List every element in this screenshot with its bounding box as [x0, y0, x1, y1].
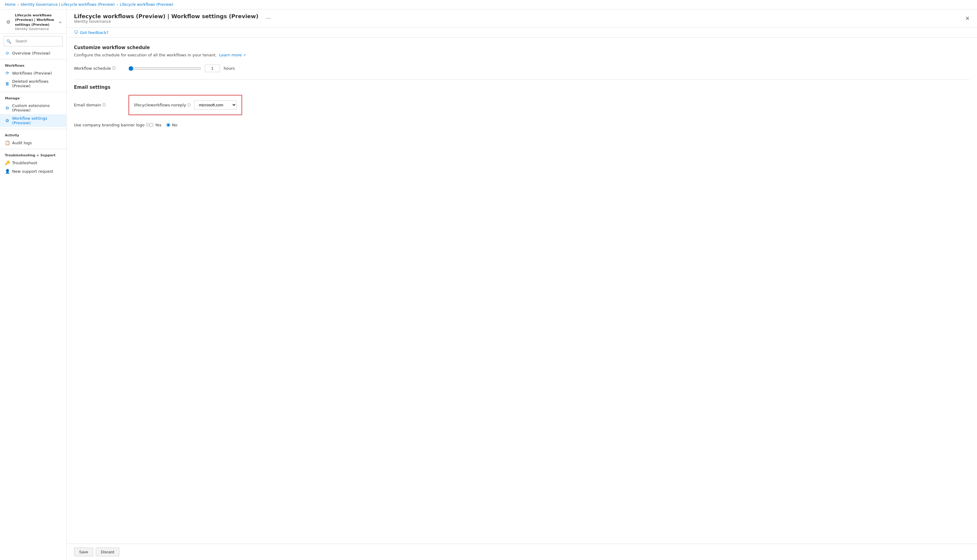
sidebar-item-troubleshoot[interactable]: 🔑 Troubleshoot — [0, 158, 67, 167]
customize-section-desc: Configure the schedule for execution of … — [74, 53, 970, 57]
sidebar-divider-manage — [0, 92, 67, 92]
sidebar-item-workflows[interactable]: ⟳ Workflows (Preview) — [0, 69, 67, 77]
feedback-icon: 🗨 — [74, 30, 78, 35]
email-prefix: lifecycleworkflows-noreply ⓘ — [134, 103, 191, 107]
sidebar-item-new-support-label: New support request — [12, 169, 53, 173]
email-domain-select[interactable]: microsoft.com — [194, 100, 237, 110]
workflow-schedule-slider[interactable] — [128, 66, 201, 71]
slider-container: 1 hours — [128, 65, 235, 72]
sidebar-item-overview[interactable]: ⊙ Overview (Preview) — [0, 49, 67, 57]
workflows-icon: ⟳ — [5, 71, 10, 75]
support-icon: 👤 — [5, 169, 10, 173]
email-prefix-info-icon[interactable]: ⓘ — [187, 103, 191, 107]
sidebar-item-audit-logs-label: Audit logs — [12, 141, 32, 145]
close-button[interactable]: ✕ — [965, 15, 970, 22]
workflow-schedule-label: Workflow schedule ⓘ — [74, 66, 128, 71]
branding-row: Use company branding banner logo ⓘ Yes N… — [74, 122, 970, 128]
search-box[interactable]: 🔍 — [3, 36, 63, 47]
email-domain-box: lifecycleworkflows-noreply ⓘ microsoft.c… — [128, 95, 242, 115]
header-ellipsis-button[interactable]: ··· — [266, 15, 271, 22]
email-domain-label: Email domain ⓘ — [74, 102, 128, 108]
sidebar-divider-troubleshooting — [0, 149, 67, 149]
page-title: Lifecycle workflows (Preview) | Workflow… — [74, 13, 258, 19]
sidebar-item-audit-logs[interactable]: 📋 Audit logs — [0, 138, 67, 147]
customize-schedule-section: Customize workflow schedule Configure th… — [74, 45, 970, 72]
sidebar-item-overview-label: Overview (Preview) — [12, 51, 50, 55]
sidebar-section-workflows: Workflows — [0, 61, 67, 69]
slider-unit: hours — [223, 66, 235, 71]
sidebar-item-deleted-workflows[interactable]: 🗑 Deleted workflows (Preview) — [0, 77, 67, 90]
learn-more-link[interactable]: Learn more ↗ — [219, 53, 246, 57]
breadcrumb-identity-governance[interactable]: Identity Governance | Lifecycle workflow… — [21, 2, 115, 7]
branding-yes-radio[interactable] — [149, 123, 153, 127]
sidebar-section-activity: Activity — [0, 131, 67, 138]
sidebar-collapse-button[interactable]: « — [59, 20, 62, 25]
sidebar-item-workflow-settings-label: Workflow settings (Preview) — [12, 116, 62, 125]
branding-no-radio[interactable] — [167, 123, 170, 127]
audit-logs-icon: 📋 — [5, 140, 10, 145]
discard-button[interactable]: Discard — [96, 548, 119, 557]
sidebar-item-troubleshoot-label: Troubleshoot — [12, 161, 37, 165]
search-input[interactable] — [13, 38, 60, 45]
sidebar-app-title: Lifecycle workflows (Preview) | Workflow… — [15, 13, 56, 27]
sidebar-search-container: 🔍 — [0, 33, 67, 49]
gear-icon: ⚙ — [5, 18, 12, 26]
overview-icon: ⊙ — [5, 51, 10, 55]
custom-extensions-icon: ⧉ — [5, 105, 10, 110]
search-icon: 🔍 — [7, 39, 11, 43]
content-footer: Save Discard — [67, 543, 977, 560]
branding-info-icon[interactable]: ⓘ — [146, 122, 149, 128]
sidebar-header: ⚙ Lifecycle workflows (Preview) | Workfl… — [0, 9, 67, 33]
sidebar-app-subtitle: Identity Governance — [15, 27, 56, 31]
sidebar-item-deleted-workflows-label: Deleted workflows (Preview) — [12, 79, 62, 88]
content-header: Lifecycle workflows (Preview) | Workflow… — [67, 9, 977, 28]
breadcrumb-home[interactable]: Home — [5, 2, 15, 7]
slider-value-box: 1 — [205, 65, 220, 72]
section-divider — [74, 79, 970, 80]
content-body: Customize workflow schedule Configure th… — [67, 38, 977, 543]
feedback-link[interactable]: Got feedback? — [80, 30, 108, 35]
customize-section-title: Customize workflow schedule — [74, 45, 970, 50]
branding-radio-group: Yes No — [149, 123, 178, 127]
workflow-schedule-row: Workflow schedule ⓘ 1 hours — [74, 65, 970, 72]
email-domain-row: Email domain ⓘ lifecycleworkflows-norepl… — [74, 95, 970, 115]
save-button[interactable]: Save — [74, 548, 93, 557]
workflow-schedule-info-icon[interactable]: ⓘ — [112, 66, 116, 71]
workflow-settings-icon: ⚙ — [5, 118, 10, 123]
sidebar-item-custom-extensions[interactable]: ⧉ Custom extensions (Preview) — [0, 102, 67, 114]
sidebar-item-new-support[interactable]: 👤 New support request — [0, 167, 67, 175]
sidebar-item-workflow-settings[interactable]: ⚙ Workflow settings (Preview) — [0, 114, 67, 127]
email-settings-section: Email settings Email domain ⓘ lifecyclew… — [74, 85, 970, 128]
feedback-bar: 🗨 Got feedback? — [67, 28, 977, 38]
sidebar-section-manage: Manage — [0, 94, 67, 102]
sidebar-item-custom-extensions-label: Custom extensions (Preview) — [12, 103, 62, 112]
sidebar-section-troubleshooting: Troubleshooting + Support — [0, 151, 67, 158]
branding-label: Use company branding banner logo ⓘ — [74, 122, 149, 128]
branding-yes-option[interactable]: Yes — [149, 123, 162, 127]
sidebar: ⚙ Lifecycle workflows (Preview) | Workfl… — [0, 9, 67, 560]
deleted-workflows-icon: 🗑 — [5, 81, 10, 86]
troubleshoot-icon: 🔑 — [5, 160, 10, 165]
email-domain-info-icon[interactable]: ⓘ — [102, 102, 106, 108]
breadcrumb-lifecycle-workflows[interactable]: Lifecycle workflows (Preview) — [120, 2, 173, 7]
main-content: Lifecycle workflows (Preview) | Workflow… — [67, 9, 977, 560]
email-section-title: Email settings — [74, 85, 970, 90]
sidebar-divider-activity — [0, 129, 67, 129]
breadcrumb: Home › Identity Governance | Lifecycle w… — [0, 0, 977, 9]
sidebar-item-workflows-label: Workflows (Preview) — [12, 71, 52, 75]
page-subtitle: Identity Governance — [74, 19, 258, 23]
branding-no-option[interactable]: No — [167, 123, 178, 127]
